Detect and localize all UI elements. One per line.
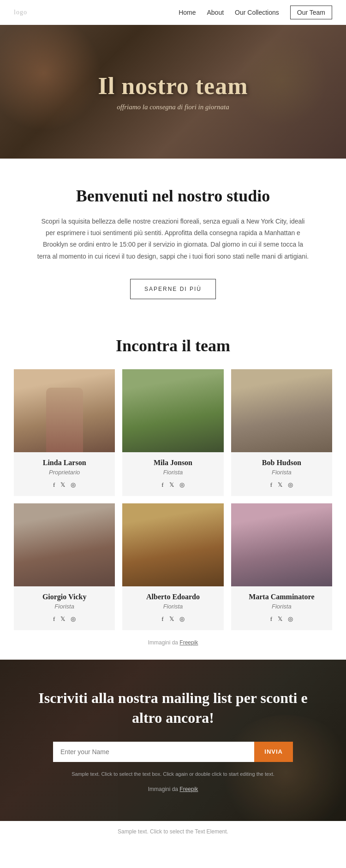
facebook-icon[interactable]: f	[161, 615, 163, 623]
footer-sample: Sample text. Click to select the Text El…	[0, 821, 346, 842]
twitter-icon[interactable]: 𝕏	[60, 481, 65, 489]
instagram-icon[interactable]: ◎	[71, 481, 76, 489]
instagram-icon[interactable]: ◎	[288, 615, 293, 623]
team-name-alberto: Alberto Edoardo	[127, 593, 219, 601]
team-card-info-mila: Mila Jonson Fiorista f 𝕏 ◎	[122, 452, 223, 496]
navbar: logo Home About Our Collections Our Team	[0, 0, 346, 25]
team-card-bob: Bob Hudson Fiorista f 𝕏 ◎	[231, 369, 332, 496]
hero-content: Il nostro team offriamo la consegna di f…	[98, 72, 248, 111]
social-icons-mila: f 𝕏 ◎	[127, 481, 219, 489]
mailing-sample-text: Sample text. Click to select the text bo…	[37, 771, 309, 777]
nav-links: Home About Our Collections Our Team	[179, 6, 332, 19]
mailing-freepik-credit: Immagini da Freepik	[37, 786, 309, 792]
twitter-icon[interactable]: 𝕏	[169, 481, 174, 489]
twitter-icon[interactable]: 𝕏	[169, 615, 174, 623]
team-card-info-linda: Linda Larson Proprietario f 𝕏 ◎	[14, 452, 115, 496]
team-role-linda: Proprietario	[18, 469, 110, 476]
team-photo-marta	[231, 503, 332, 586]
team-name-mila: Mila Jonson	[127, 459, 219, 467]
freepik-prefix-team: Immagini da	[148, 639, 180, 646]
social-icons-alberto: f 𝕏 ◎	[127, 615, 219, 623]
team-photo-mila	[122, 369, 223, 452]
mailing-name-input[interactable]	[53, 742, 254, 762]
nav-collections[interactable]: Our Collections	[235, 9, 279, 16]
team-photo-bob	[231, 369, 332, 452]
logo: logo	[14, 9, 27, 16]
learn-more-button[interactable]: SAPERNE DI PIÙ	[130, 279, 216, 299]
team-card-mila: Mila Jonson Fiorista f 𝕏 ◎	[122, 369, 223, 496]
social-icons-linda: f 𝕏 ◎	[18, 481, 110, 489]
social-icons-bob: f 𝕏 ◎	[236, 481, 328, 489]
team-name-linda: Linda Larson	[18, 459, 110, 467]
mailing-freepik-prefix: Immagini da	[148, 786, 180, 792]
team-name-bob: Bob Hudson	[236, 459, 328, 467]
twitter-icon[interactable]: 𝕏	[60, 615, 65, 623]
team-card-info-alberto: Alberto Edoardo Fiorista f 𝕏 ◎	[122, 586, 223, 630]
facebook-icon[interactable]: f	[53, 481, 55, 489]
team-role-alberto: Fiorista	[127, 603, 219, 610]
footer-sample-text: Sample text. Click to select the Text El…	[118, 828, 228, 835]
mailing-form: INVIA	[53, 742, 293, 762]
mailing-freepik-link[interactable]: Freepik	[179, 786, 198, 792]
team-title: Incontra il team	[14, 336, 332, 355]
mailing-submit-button[interactable]: INVIA	[254, 742, 293, 762]
instagram-icon[interactable]: ◎	[179, 615, 185, 623]
team-card-info-bob: Bob Hudson Fiorista f 𝕏 ◎	[231, 452, 332, 496]
team-role-mila: Fiorista	[127, 469, 219, 476]
team-role-giorgio: Fiorista	[18, 603, 110, 610]
welcome-section: Benvenuti nel nostro studio Scopri la sq…	[0, 159, 346, 322]
facebook-icon[interactable]: f	[270, 615, 272, 623]
team-card-info-marta: Marta Camminatore Fiorista f 𝕏 ◎	[231, 586, 332, 630]
hero-section: Il nostro team offriamo la consegna di f…	[0, 25, 346, 159]
freepik-link-team[interactable]: Freepik	[179, 639, 198, 646]
twitter-icon[interactable]: 𝕏	[278, 615, 282, 623]
team-card-alberto: Alberto Edoardo Fiorista f 𝕏 ◎	[122, 503, 223, 630]
welcome-body: Scopri la squisita bellezza delle nostre…	[37, 216, 309, 262]
instagram-icon[interactable]: ◎	[179, 481, 185, 489]
mailing-content: Iscriviti alla nostra mailing list per s…	[37, 688, 309, 792]
team-name-giorgio: Giorgio Vicky	[18, 593, 110, 601]
welcome-title: Benvenuti nel nostro studio	[37, 186, 309, 206]
freepik-credit-team: Immagini da Freepik	[14, 630, 332, 650]
team-photo-giorgio	[14, 503, 115, 586]
social-icons-marta: f 𝕏 ◎	[236, 615, 328, 623]
team-photo-linda	[14, 369, 115, 452]
facebook-icon[interactable]: f	[53, 615, 55, 623]
facebook-icon[interactable]: f	[270, 481, 272, 489]
nav-about[interactable]: About	[207, 9, 224, 16]
team-photo-alberto	[122, 503, 223, 586]
team-card-giorgio: Giorgio Vicky Fiorista f 𝕏 ◎	[14, 503, 115, 630]
instagram-icon[interactable]: ◎	[288, 481, 293, 489]
nav-team[interactable]: Our Team	[290, 6, 332, 19]
facebook-icon[interactable]: f	[161, 481, 163, 489]
team-section: Incontra il team Linda Larson Proprietar…	[0, 322, 346, 660]
team-name-marta: Marta Camminatore	[236, 593, 328, 601]
hero-subtitle: offriamo la consegna di fiori in giornat…	[98, 103, 248, 111]
instagram-icon[interactable]: ◎	[71, 615, 76, 623]
nav-home[interactable]: Home	[179, 9, 196, 16]
mailing-section: Iscriviti alla nostra mailing list per s…	[0, 660, 346, 821]
social-icons-giorgio: f 𝕏 ◎	[18, 615, 110, 623]
team-card-linda: Linda Larson Proprietario f 𝕏 ◎	[14, 369, 115, 496]
hero-title: Il nostro team	[98, 72, 248, 100]
team-role-marta: Fiorista	[236, 603, 328, 610]
team-card-marta: Marta Camminatore Fiorista f 𝕏 ◎	[231, 503, 332, 630]
twitter-icon[interactable]: 𝕏	[278, 481, 282, 489]
mailing-title: Iscriviti alla nostra mailing list per s…	[37, 688, 309, 728]
team-grid: Linda Larson Proprietario f 𝕏 ◎ Mila Jon…	[14, 369, 332, 630]
team-card-info-giorgio: Giorgio Vicky Fiorista f 𝕏 ◎	[14, 586, 115, 630]
team-role-bob: Fiorista	[236, 469, 328, 476]
